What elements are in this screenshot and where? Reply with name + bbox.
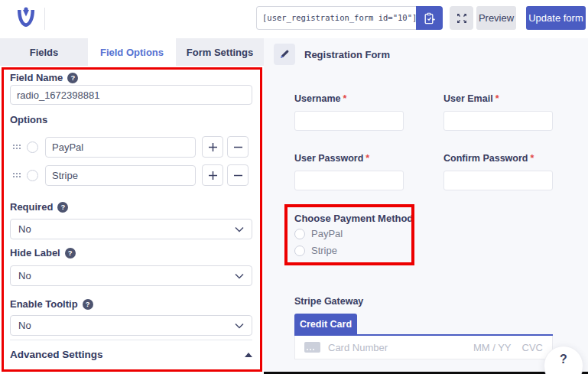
user-registration-logo-icon	[14, 6, 38, 31]
clipboard-copy-icon	[424, 12, 435, 24]
required-asterisk: *	[343, 93, 346, 104]
field-name-label: Field Name	[10, 72, 63, 83]
username-label: Username*	[294, 93, 346, 104]
chevron-down-icon	[235, 273, 244, 279]
required-asterisk: *	[495, 93, 499, 104]
payment-option-stripe[interactable]: Stripe	[294, 245, 337, 256]
fullscreen-button[interactable]	[450, 6, 473, 30]
payment-method-label: Choose Payment Method	[294, 213, 413, 224]
pencil-icon	[279, 49, 290, 60]
required-select[interactable]: No	[10, 219, 252, 239]
builder-tabbar: Fields Field Options Form Settings	[0, 38, 264, 66]
radio-icon[interactable]	[294, 229, 305, 239]
options-label: Options	[10, 114, 47, 125]
help-icon[interactable]: ?	[83, 299, 93, 310]
enable-tooltip-select-value: No	[18, 320, 235, 331]
credit-card-tab[interactable]: Credit Card	[294, 314, 357, 334]
hide-label-label-row: Hide Label ?	[10, 247, 76, 259]
add-option-button[interactable]	[202, 164, 223, 186]
expiry-placeholder: MM / YY	[473, 342, 512, 353]
required-label-row: Required ?	[10, 201, 68, 213]
option-row	[10, 164, 255, 186]
drag-handle-icon[interactable]	[12, 144, 21, 150]
required-asterisk: *	[530, 153, 534, 164]
hide-label-select-value: No	[18, 270, 235, 281]
confirm-password-label: Confirm Password*	[443, 153, 534, 164]
payment-option-label: Stripe	[311, 245, 337, 256]
tab-field-options[interactable]: Field Options	[88, 38, 176, 66]
advanced-settings-label: Advanced Settings	[10, 349, 103, 360]
enable-tooltip-label: Enable Tooltip	[10, 298, 78, 310]
card-number-placeholder: Card Number	[328, 342, 388, 353]
form-builder-window: [user_registration_form id="10"] Preview…	[0, 0, 588, 374]
required-asterisk: *	[365, 153, 369, 164]
hide-label-label: Hide Label	[10, 247, 60, 259]
update-form-button[interactable]: Update form	[526, 6, 586, 30]
minus-icon	[233, 171, 243, 180]
credit-card-icon	[304, 342, 320, 353]
plus-icon	[208, 142, 218, 152]
add-option-button[interactable]	[202, 136, 223, 158]
remove-option-button[interactable]	[227, 164, 249, 186]
option-value-input[interactable]	[45, 137, 196, 158]
help-icon[interactable]: ?	[67, 73, 78, 83]
username-input[interactable]	[294, 111, 404, 131]
radio-icon[interactable]	[294, 246, 305, 256]
drag-handle-icon[interactable]	[12, 172, 21, 178]
edit-form-name-button[interactable]	[274, 44, 295, 65]
field-name-label-row: Field Name ?	[10, 72, 78, 83]
user-password-label: User Password*	[294, 153, 369, 164]
section-divider	[10, 340, 252, 340]
top-header: [user_registration_form id="10"] Preview…	[0, 0, 588, 38]
copy-shortcode-button[interactable]	[416, 6, 443, 30]
option-default-radio[interactable]	[27, 170, 38, 181]
enable-tooltip-select[interactable]: No	[10, 315, 252, 336]
header-divider	[44, 8, 45, 30]
help-icon[interactable]: ?	[57, 202, 68, 213]
option-value-input[interactable]	[45, 165, 196, 186]
tab-fields[interactable]: Fields	[0, 38, 88, 66]
option-default-radio[interactable]	[27, 141, 38, 153]
form-preview-title: Registration Form	[304, 49, 390, 60]
plus-icon	[208, 171, 218, 180]
preview-button[interactable]: Preview	[476, 6, 516, 30]
expand-icon	[456, 13, 467, 24]
collapse-triangle-icon	[245, 353, 252, 357]
chevron-down-icon	[235, 226, 244, 233]
help-icon[interactable]: ?	[65, 248, 76, 259]
advanced-settings-toggle[interactable]: Advanced Settings	[10, 349, 252, 360]
tab-form-settings[interactable]: Form Settings	[176, 38, 264, 66]
user-email-input[interactable]	[443, 111, 553, 131]
shortcode-field[interactable]: [user_registration_form id="10"]	[256, 6, 416, 30]
enable-tooltip-label-row: Enable Tooltip ?	[10, 298, 93, 310]
minus-icon	[233, 142, 243, 152]
required-select-value: No	[18, 223, 235, 235]
remove-option-button[interactable]	[227, 136, 249, 158]
stripe-gateway-label: Stripe Gateway	[294, 296, 363, 307]
option-row	[10, 136, 255, 158]
field-name-input[interactable]	[10, 85, 252, 105]
payment-option-paypal[interactable]: PayPal	[294, 228, 343, 239]
cvc-placeholder: CVC	[522, 342, 543, 353]
payment-option-label: PayPal	[311, 228, 343, 239]
hide-label-select[interactable]: No	[10, 265, 252, 286]
card-number-field[interactable]: Card Number MM / YY CVC	[294, 336, 553, 359]
confirm-password-input[interactable]	[443, 171, 553, 190]
required-label: Required	[10, 201, 53, 213]
user-password-input[interactable]	[294, 171, 404, 190]
user-email-label: User Email*	[443, 93, 499, 104]
chevron-down-icon	[235, 323, 244, 329]
